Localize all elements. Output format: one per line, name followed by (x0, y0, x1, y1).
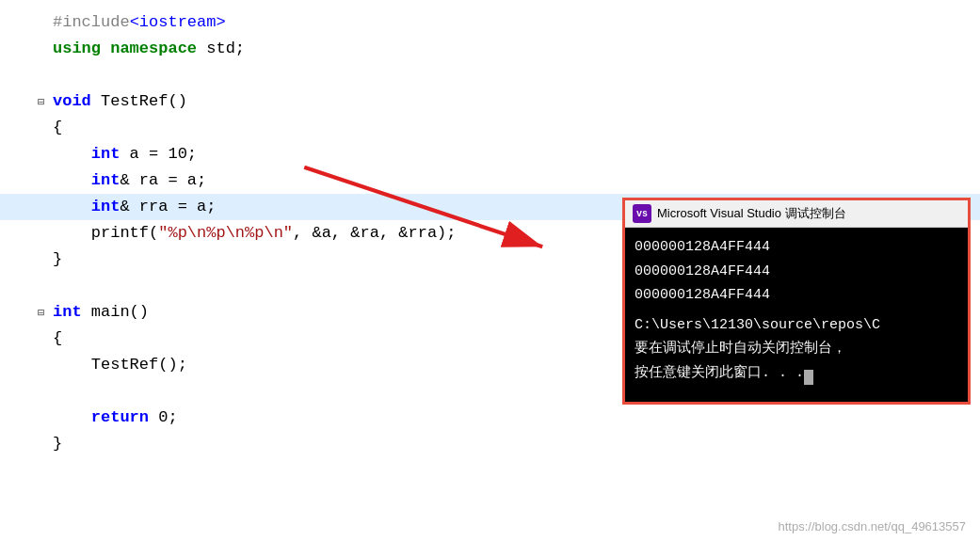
console-title: Microsoft Visual Studio 调试控制台 (657, 205, 846, 222)
code-line-5: { (0, 115, 980, 141)
vs-icon: vs (633, 204, 651, 223)
line-content: int& ra = a; (53, 167, 971, 193)
kw-int-main: int (53, 303, 82, 321)
line-content: return 0; (53, 405, 971, 430)
console-output-3: 000000128A4FF444 (635, 283, 958, 308)
line-content: using namespace std; (53, 36, 971, 61)
line-content: void TestRef() (53, 88, 971, 114)
collapse-icon-main[interactable]: ⊟ (38, 305, 53, 323)
line-content: int a = 10; (53, 141, 971, 167)
code-line-1: #include<iostream> (0, 9, 980, 36)
line-content: } (53, 431, 971, 456)
keyword-include: #include (53, 13, 130, 31)
console-window: vs Microsoft Visual Studio 调试控制台 0000001… (622, 198, 971, 405)
console-output-2: 000000128A4FF444 (635, 260, 958, 284)
kw-void: void (53, 92, 91, 110)
console-footer-1: C:\Users\12130\source\repos\C (635, 313, 958, 338)
code-line-2: using namespace std; (0, 36, 980, 62)
console-footer-2: 要在调试停止时自动关闭控制台， (635, 337, 958, 361)
code-line-7: int& ra = a; (0, 167, 980, 194)
console-output-1: 000000128A4FF444 (635, 235, 958, 260)
code-line-17: } (0, 431, 980, 457)
kw-int-3: int (91, 198, 120, 215)
code-line-6: int a = 10; (0, 141, 980, 167)
kw-return: return (91, 408, 149, 426)
header-name: <iostream> (130, 13, 226, 31)
console-body: 000000128A4FF444 000000128A4FF444 000000… (625, 228, 968, 402)
line-content: { (53, 115, 971, 140)
line-content: #include<iostream> (53, 9, 971, 35)
kw-int-2: int (91, 171, 120, 189)
watermark: https://blog.csdn.net/qq_49613557 (779, 519, 967, 533)
vs-icon-label: vs (636, 209, 648, 219)
kw-using: using (53, 40, 101, 57)
console-titlebar: vs Microsoft Visual Studio 调试控制台 (625, 200, 968, 228)
console-footer-3: 按任意键关闭此窗口. . . (635, 361, 958, 386)
code-line-4: ⊟ void TestRef() (0, 88, 980, 115)
string-format: "%p\n%p\n%p\n" (158, 224, 293, 242)
empty-line (0, 62, 980, 88)
collapse-icon-testref[interactable]: ⊟ (38, 94, 53, 112)
code-editor: #include<iostream> using namespace std; … (0, 0, 980, 541)
console-cursor (804, 370, 813, 385)
code-line-16: return 0; (0, 405, 980, 431)
kw-int-1: int (91, 145, 120, 163)
kw-namespace: namespace (110, 40, 197, 57)
